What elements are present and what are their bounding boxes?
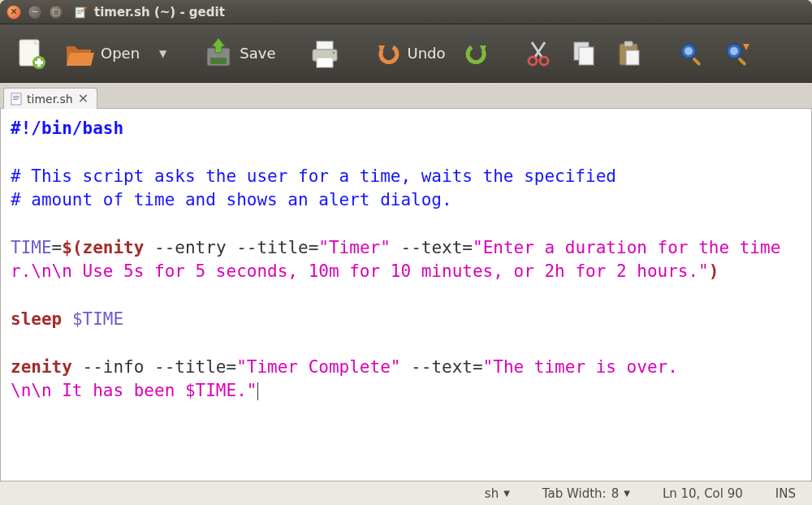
svg-rect-0	[76, 7, 84, 18]
svg-rect-21	[624, 41, 633, 46]
svg-point-16	[529, 57, 537, 65]
paste-button[interactable]	[608, 34, 650, 73]
svg-rect-25	[692, 57, 701, 66]
text-caret	[257, 382, 258, 400]
language-selector[interactable]: sh▼	[485, 486, 510, 501]
save-button[interactable]: Save	[196, 32, 282, 76]
chevron-down-icon: ▼	[624, 489, 630, 498]
gedit-window: ✕ − ▢ timer.sh (~) - gedit Open ▼ Save	[0, 0, 812, 505]
svg-point-13	[332, 51, 335, 54]
close-window-button[interactable]: ✕	[6, 5, 21, 19]
undo-button[interactable]: Undo	[367, 34, 452, 73]
print-button[interactable]	[302, 32, 348, 76]
open-recent-dropdown[interactable]: ▼	[149, 43, 176, 64]
svg-rect-30	[13, 96, 19, 97]
tab-close-button[interactable]: ✕	[78, 91, 89, 106]
tab-filename: timer.sh	[27, 93, 73, 106]
titlebar[interactable]: ✕ − ▢ timer.sh (~) - gedit	[0, 0, 812, 24]
statusbar: sh▼ Tab Width: 8 ▼ Ln 10, Col 90 INS	[0, 481, 812, 505]
maximize-window-button[interactable]: ▢	[49, 5, 63, 19]
new-file-button[interactable]	[8, 32, 54, 76]
svg-rect-3	[77, 13, 81, 14]
text-editor[interactable]: #!/bin/bash # This script asks the user …	[0, 109, 812, 481]
svg-rect-10	[317, 41, 333, 50]
save-label: Save	[240, 45, 275, 62]
file-icon	[11, 93, 22, 106]
svg-rect-12	[317, 58, 333, 67]
undo-label: Undo	[408, 45, 446, 62]
svg-rect-2	[77, 11, 83, 12]
svg-rect-22	[626, 50, 639, 65]
find-replace-button[interactable]	[715, 34, 758, 73]
svg-rect-28	[737, 57, 746, 66]
svg-rect-32	[13, 99, 18, 100]
svg-rect-1	[77, 10, 83, 11]
app-icon	[75, 6, 88, 19]
window-controls: ✕ − ▢	[6, 5, 63, 19]
minimize-window-button[interactable]: −	[28, 5, 42, 19]
svg-point-24	[685, 47, 693, 55]
svg-rect-7	[35, 61, 43, 64]
svg-rect-31	[13, 97, 19, 98]
search-button[interactable]	[670, 34, 712, 73]
svg-point-17	[540, 57, 548, 65]
svg-rect-9	[210, 58, 227, 64]
document-tabbar: timer.sh ✕	[0, 83, 812, 109]
chevron-down-icon: ▼	[503, 489, 510, 498]
cut-button[interactable]	[517, 34, 559, 73]
main-toolbar: Open ▼ Save Undo	[0, 24, 812, 83]
document-tab[interactable]: timer.sh ✕	[3, 88, 97, 109]
window-title: timer.sh (~) - gedit	[94, 5, 225, 19]
copy-button[interactable]	[563, 34, 605, 73]
open-button[interactable]: Open	[57, 32, 146, 76]
svg-rect-19	[579, 47, 594, 65]
svg-point-27	[730, 47, 738, 55]
tab-width-selector[interactable]: Tab Width: 8 ▼	[542, 486, 630, 501]
insert-mode-indicator[interactable]: INS	[775, 486, 796, 501]
cursor-position: Ln 10, Col 90	[663, 486, 743, 501]
redo-button[interactable]	[456, 34, 498, 73]
open-label: Open	[101, 45, 140, 62]
